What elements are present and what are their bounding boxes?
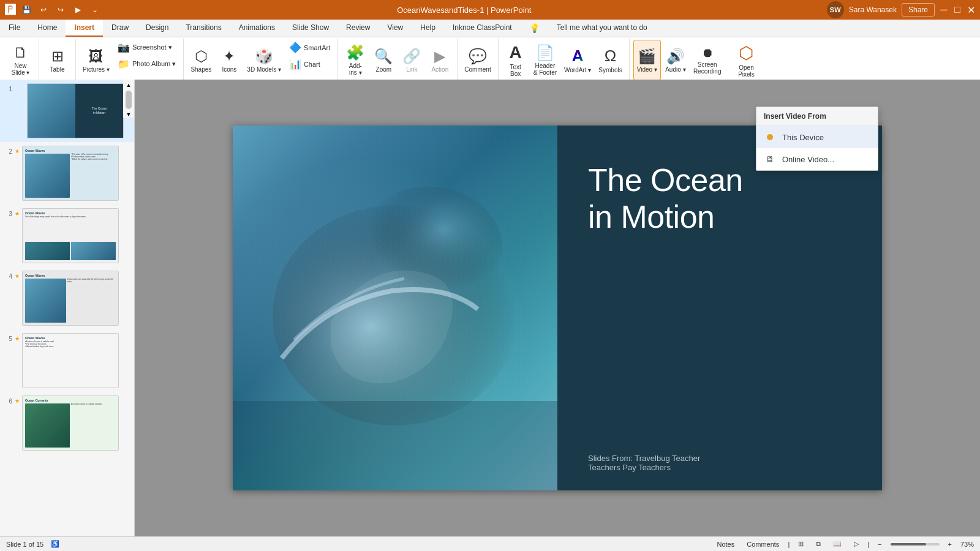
this-device-icon — [764, 131, 776, 143]
notes-button[interactable]: Notes — [713, 539, 738, 549]
powerpoint-icon: 🅿 — [5, 4, 16, 17]
tab-inknoe[interactable]: Inknoe ClassPoint — [444, 20, 521, 37]
slide-thumb-4[interactable]: 4 ★ Ocean Waves Ocean waves are caused b… — [0, 267, 134, 329]
smartart-button[interactable]: 🔷 SmartArt — [285, 40, 334, 55]
qat-more[interactable]: ⌄ — [88, 3, 102, 17]
open-pixels-button[interactable]: ⬡ OpenPixels — [733, 40, 760, 80]
text-box-button[interactable]: A TextBox — [502, 40, 529, 80]
zoom-icon: 🔍 — [374, 48, 393, 65]
slide-thumb-3[interactable]: 3 ★ Ocean Waves One of the things many p… — [0, 204, 134, 267]
minimize-button[interactable]: ─ — [940, 6, 948, 14]
attribution-line2: Teachers Pay Teachers — [588, 463, 851, 472]
add-ins-icon: 🧩 — [346, 44, 364, 61]
dropdown-header: Insert Video From — [756, 107, 878, 126]
3d-models-button[interactable]: 🎲 3D Models ▾ — [244, 40, 284, 80]
table-button[interactable]: ⊞ Table — [44, 40, 71, 80]
text-box-icon: A — [510, 43, 522, 62]
screenshot-button[interactable]: 📷 Screenshot ▾ — [114, 40, 179, 55]
share-button[interactable]: Share — [902, 3, 935, 17]
zoom-out-button[interactable]: − — [874, 539, 885, 549]
qat-present[interactable]: ▶ — [71, 3, 85, 17]
wordart-icon: A — [572, 47, 584, 66]
normal-view-button[interactable]: ⊞ — [794, 539, 807, 549]
symbols-button[interactable]: Ω Symbols — [595, 40, 625, 80]
comments-button[interactable]: Comments — [743, 539, 783, 549]
close-button[interactable]: ✕ — [967, 6, 975, 14]
presentation-view-button[interactable]: ▷ — [850, 539, 862, 549]
video-button[interactable]: 🎬 Video ▾ — [633, 40, 661, 80]
online-video-label: Online Video... — [782, 155, 834, 164]
new-slide-button[interactable]: 🗋 NewSlide ▾ — [7, 40, 34, 80]
tab-animations[interactable]: Animations — [230, 20, 284, 37]
reading-view-button[interactable]: 📖 — [829, 539, 845, 549]
slides-scroll-thumb[interactable] — [126, 91, 132, 109]
tab-help[interactable]: Help — [412, 20, 444, 37]
qat-undo[interactable]: ↩ — [37, 3, 50, 17]
slide-thumbnail-3: Ocean Waves One of the things many peopl… — [22, 208, 119, 263]
zoom-level: 73% — [960, 541, 974, 548]
title-bar-left: 🅿 💾 ↩ ↪ ▶ ⌄ — [5, 3, 102, 17]
tab-file[interactable]: File — [0, 20, 29, 37]
zoom-button[interactable]: 🔍 Zoom — [370, 40, 397, 80]
table-label: Table — [50, 66, 65, 73]
user-name: Sara Wanasek — [849, 6, 897, 14]
slides-scrollbar[interactable]: ▲ ▼ — [123, 80, 134, 118]
screen-recording-button[interactable]: ⏺ ScreenRecording — [690, 40, 725, 80]
chart-icon: 📊 — [289, 58, 301, 70]
this-device-option[interactable]: This Device — [756, 126, 878, 148]
tab-review[interactable]: Review — [337, 20, 379, 37]
title-bar: 🅿 💾 ↩ ↪ ▶ ⌄ OceanWavesandTides-1 | Power… — [0, 0, 980, 20]
status-right: Notes Comments | ⊞ ⧉ 📖 ▷ | − + 73% — [713, 539, 974, 549]
slide-canvas: The Ocean in Motion Slides From: Travelb… — [233, 126, 882, 490]
comment-icon: 💬 — [469, 48, 487, 65]
status-bar: Slide 1 of 15 ♿ Notes Comments | ⊞ ⧉ 📖 ▷… — [0, 536, 980, 551]
slide-thumb-2[interactable]: 2 ★ Ocean Waves • The water of the ocean… — [0, 142, 134, 204]
tab-tellme-icon[interactable]: 💡 — [521, 20, 548, 37]
icons-icon: ✦ — [223, 48, 235, 65]
slide-thumb-1[interactable]: 1 ★ The Oceanin Motion — [0, 80, 134, 142]
slide-thumb-5[interactable]: 5 ★ Ocean Waves • A series of waves is c… — [0, 329, 134, 392]
tab-view[interactable]: View — [379, 20, 412, 37]
online-video-icon: 🖥 — [764, 153, 776, 165]
pictures-button[interactable]: 🖼 Pictures ▾ — [80, 40, 113, 80]
document-title: OceanWavesandTides-1 | PowerPoint — [397, 6, 531, 15]
slide-thumb-6[interactable]: 6 ★ Ocean Currents An ocean current is a… — [0, 392, 134, 454]
slides-scroll-down[interactable]: ▼ — [126, 111, 132, 118]
icons-button[interactable]: ✦ Icons — [216, 40, 243, 80]
zoom-slider[interactable] — [891, 543, 940, 545]
link-button[interactable]: 🔗 Link — [398, 40, 425, 80]
tab-draw[interactable]: Draw — [103, 20, 137, 37]
3d-models-icon: 🎲 — [255, 48, 273, 65]
slide-main-title: The Ocean in Motion — [588, 162, 851, 236]
this-device-label: This Device — [782, 133, 824, 142]
audio-button[interactable]: 🔊 Audio ▾ — [662, 40, 689, 80]
online-video-option[interactable]: 🖥 Online Video... — [756, 148, 878, 170]
smartart-icon: 🔷 — [289, 42, 301, 53]
photo-album-button[interactable]: 📁 Photo Album ▾ — [114, 56, 179, 72]
tab-insert[interactable]: Insert — [66, 20, 103, 37]
tab-design[interactable]: Design — [137, 20, 177, 37]
shapes-icon: ⬡ — [195, 48, 208, 65]
tab-transitions[interactable]: Transitions — [177, 20, 230, 37]
video-dropdown-menu: Insert Video From This Device 🖥 Online V… — [756, 107, 878, 171]
qat-redo[interactable]: ↪ — [54, 3, 67, 17]
tab-slideshow[interactable]: Slide Show — [284, 20, 337, 37]
status-left: Slide 1 of 15 ♿ — [6, 540, 59, 548]
user-avatar[interactable]: SW — [827, 1, 844, 18]
zoom-in-button[interactable]: + — [944, 539, 956, 549]
shapes-button[interactable]: ⬡ Shapes — [187, 40, 214, 80]
qat-save[interactable]: 💾 — [20, 3, 33, 17]
action-button[interactable]: ▶ Action — [426, 40, 453, 80]
maximize-button[interactable]: □ — [953, 6, 962, 14]
ribbon-tabs: File Home Insert Draw Design Transitions… — [0, 20, 980, 37]
chart-button[interactable]: 📊 Chart — [285, 56, 334, 72]
wordart-button[interactable]: A WordArt ▾ — [561, 40, 594, 80]
slides-scroll-up[interactable]: ▲ — [126, 82, 132, 88]
slide-count: Slide 1 of 15 — [6, 541, 43, 548]
tab-home[interactable]: Home — [29, 20, 66, 37]
tab-tellme[interactable]: Tell me what you want to do — [548, 20, 656, 37]
add-ins-button[interactable]: 🧩 Add-ins ▾ — [342, 40, 369, 80]
comment-button[interactable]: 💬 Comment — [461, 40, 494, 80]
header-footer-button[interactable]: 📄 Header& Footer — [530, 40, 560, 80]
slide-sorter-button[interactable]: ⧉ — [812, 539, 824, 549]
